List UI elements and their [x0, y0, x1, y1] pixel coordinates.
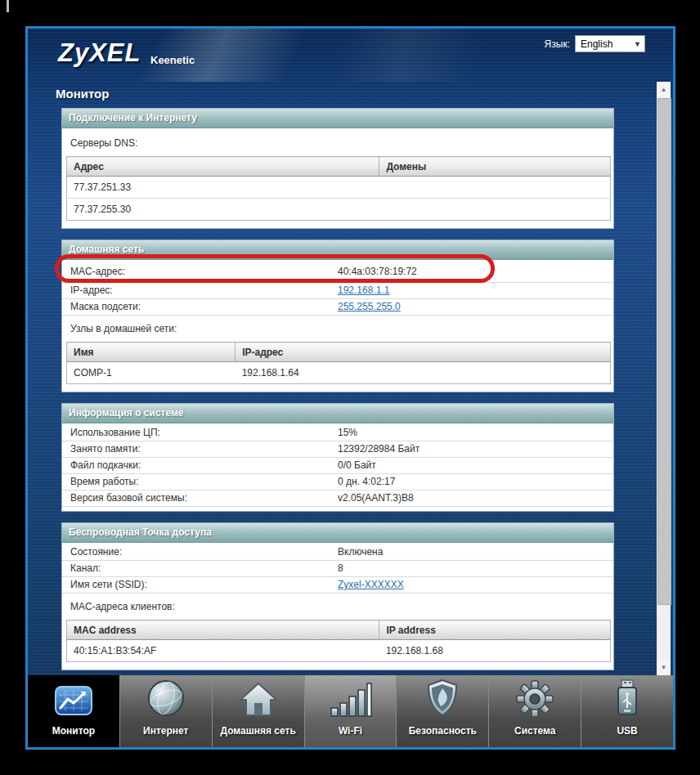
scroll-down-button[interactable]: ▼	[657, 660, 671, 675]
column-header: Адрес	[67, 157, 379, 177]
section-system-title: Информация о системе	[62, 404, 613, 423]
sections: Подключение к Интернету Серверы DNS: Адр…	[61, 108, 614, 675]
nav-label: Wi-Fi	[339, 725, 362, 737]
column-header: Домены	[379, 157, 611, 177]
table-row: 77.37.251.33	[67, 177, 611, 199]
language-value: English	[581, 38, 612, 50]
main-area: ZyXEL Keenetic Язык: English ▼ Монитор П…	[28, 29, 673, 675]
uptime-row: Время работы: 0 дн. 4:02:17	[62, 474, 613, 491]
nav-item-usb[interactable]: USB	[581, 675, 673, 747]
memory-row: Занято памяти: 12392/28984 Байт	[62, 441, 613, 458]
section-internet-title: Подключение к Интернету	[62, 109, 613, 128]
product-name: Keenetic	[150, 54, 195, 66]
bottom-navigation: Монитор Интернет	[28, 675, 673, 747]
ip-address-link[interactable]: 192.168.1.1	[338, 284, 389, 296]
language-select[interactable]: English ▼	[575, 35, 645, 52]
swap-row: Файл подкачки: 0/0 Байт	[62, 458, 613, 474]
nav-label: Монитор	[52, 725, 95, 737]
signal-bars-icon	[329, 680, 373, 718]
hosts-table: Имя IP-адрес COMP-1 192.168.1.64	[66, 342, 611, 384]
section-system-info: Информация о системе Использование ЦП: 1…	[61, 403, 614, 512]
vertical-scrollbar[interactable]: ▲ ▼	[657, 82, 671, 675]
nav-label: Безопасность	[409, 725, 477, 737]
router-admin-window: ZyXEL Keenetic Язык: English ▼ Монитор П…	[25, 26, 675, 750]
nav-label: Интернет	[143, 725, 188, 737]
page-title: Монитор	[56, 87, 673, 101]
nav-item-security[interactable]: Безопасность	[396, 675, 488, 747]
globe-icon	[146, 680, 186, 718]
nav-item-internet[interactable]: Интернет	[119, 675, 212, 747]
nav-item-wifi[interactable]: Wi-Fi	[304, 675, 397, 747]
table-row: 40:15:A1:B3:54:AF 192.168.1.68	[67, 640, 611, 662]
scroll-up-button[interactable]: ▲	[657, 82, 671, 97]
content-area: Монитор Подключение к Интернету Серверы …	[28, 82, 673, 675]
shield-icon	[424, 680, 461, 718]
table-row: 77.37.255.30	[67, 199, 611, 221]
section-wireless-title: Беспроводная Точка доступа	[62, 523, 613, 543]
wifi-ssid-row: Имя сети (SSID): Zyxel-XXXXXX	[62, 577, 613, 594]
screen-capture-artifact	[7, 0, 9, 12]
nav-label: Домашняя сеть	[221, 725, 296, 737]
dns-servers-table: Адрес Домены 77.37.251.33 77.37.255.30	[66, 156, 611, 221]
wifi-state-row: Состояние: Включена	[62, 544, 613, 561]
zyxel-logo: ZyXEL	[58, 38, 141, 68]
language-bar: Язык: English ▼	[545, 35, 645, 52]
subnet-mask-link[interactable]: 255.255.255.0	[338, 301, 401, 312]
wifi-clients-table: MAC address IP address 40:15:A1:B3:54:AF…	[66, 620, 611, 662]
hosts-label: Узлы в домашней сети:	[62, 316, 613, 340]
column-header: Имя	[67, 343, 236, 362]
clients-label: MAC-адреса клиентов:	[62, 594, 613, 618]
nav-item-home-network[interactable]: Домашняя сеть	[212, 675, 304, 747]
column-header: IP address	[379, 620, 611, 640]
wifi-channel-row: Канал: 8	[62, 561, 613, 577]
language-label: Язык:	[545, 38, 570, 50]
mac-address-row: MAC-адрес: 40:4a:03:78:19:72	[62, 262, 613, 283]
dns-servers-label: Серверы DNS:	[62, 130, 613, 155]
firmware-row: Версия базовой системы: v2.05(AANT.3)B8	[62, 491, 613, 507]
column-header: MAC address	[67, 620, 379, 640]
chevron-down-icon: ▼	[634, 40, 641, 48]
nav-label: USB	[617, 725, 637, 737]
section-internet-connection: Подключение к Интернету Серверы DNS: Адр…	[61, 108, 614, 229]
column-header: IP-адрес	[236, 343, 611, 362]
scrollbar-thumb[interactable]	[657, 98, 671, 605]
table-row: COMP-1 192.168.1.64	[67, 362, 611, 384]
nav-label: Система	[514, 725, 556, 737]
section-home-title: Домашняя сеть	[62, 240, 613, 260]
section-home-network: Домашняя сеть MAC-адрес: 40:4a:03:78:19:…	[61, 240, 614, 392]
subnet-mask-row: Маска подсети: 255.255.255.0	[62, 299, 613, 316]
ssid-link[interactable]: Zyxel-XXXXXX	[338, 579, 404, 590]
cpu-usage-row: Использование ЦП: 15%	[62, 425, 613, 441]
gear-icon	[516, 680, 554, 718]
usb-stick-icon	[615, 680, 639, 718]
top-banner: ZyXEL Keenetic Язык: English ▼	[28, 29, 673, 82]
house-icon	[238, 680, 279, 718]
monitor-chart-icon	[54, 680, 93, 718]
nav-item-system[interactable]: Система	[488, 675, 581, 747]
ip-address-row: IP-адрес: 192.168.1.1	[62, 283, 613, 299]
section-wireless-ap: Беспроводная Точка доступа Состояние: Вк…	[61, 522, 614, 670]
nav-item-monitor[interactable]: Монитор	[28, 675, 119, 747]
